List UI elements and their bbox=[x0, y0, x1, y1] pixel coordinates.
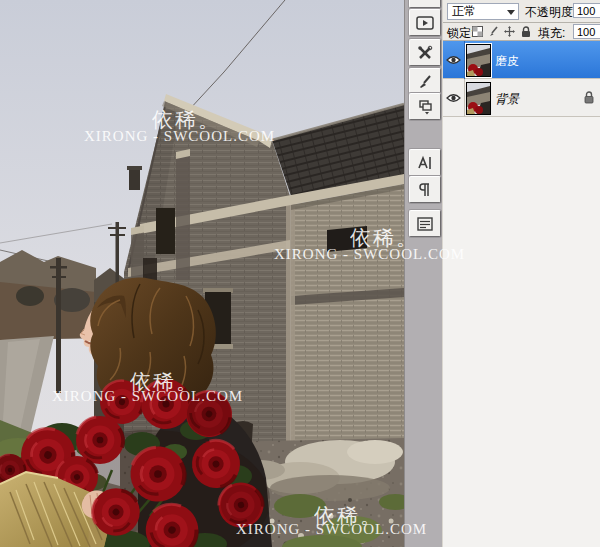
paragraph-panel-button[interactable] bbox=[409, 176, 441, 203]
padlock-icon bbox=[521, 26, 531, 38]
layer-thumbnail[interactable] bbox=[466, 44, 491, 76]
lock-image-button[interactable] bbox=[487, 25, 500, 38]
visibility-toggle[interactable] bbox=[443, 79, 465, 117]
character-panel-button[interactable] bbox=[409, 149, 441, 176]
fill-label: 填充: bbox=[538, 25, 565, 42]
photoshop-workspace: 正常 不透明度: 100 锁定: bbox=[0, 0, 600, 547]
lock-position-button[interactable] bbox=[503, 25, 516, 38]
brush-icon bbox=[417, 74, 433, 90]
checkerboard-icon bbox=[472, 26, 483, 37]
watermark-text: XIRONG - SWCOOL.COM bbox=[52, 388, 243, 405]
watermark-text: XIRONG - SWCOOL.COM bbox=[236, 521, 427, 538]
character-icon bbox=[417, 155, 433, 171]
panel-dock bbox=[404, 0, 442, 547]
layer-comps-icon bbox=[417, 217, 433, 231]
photo-scene bbox=[0, 0, 404, 547]
layer-name: 背景 bbox=[495, 91, 519, 108]
opacity-label: 不透明度: bbox=[525, 4, 576, 21]
lock-all-button[interactable] bbox=[519, 25, 532, 38]
visibility-toggle[interactable] bbox=[443, 41, 465, 79]
blend-mode-row: 正常 不透明度: 100 bbox=[443, 0, 600, 23]
watermark-text: XIRONG - SWCOOL.COM bbox=[84, 128, 275, 145]
layer-thumbnail[interactable] bbox=[466, 82, 491, 114]
brush-lock-icon bbox=[488, 26, 499, 37]
layer-row-background[interactable]: 背景 bbox=[443, 79, 600, 117]
layer-lock-badge bbox=[584, 91, 594, 107]
layers-panel: 正常 不透明度: 100 锁定: bbox=[442, 0, 600, 547]
lock-row: 锁定: bbox=[443, 23, 600, 41]
layer-row-mopi[interactable]: 磨皮 bbox=[443, 41, 600, 79]
tool-presets-panel-button[interactable] bbox=[409, 39, 441, 66]
lock-transparency-button[interactable] bbox=[471, 25, 484, 38]
tool-presets-icon bbox=[417, 45, 433, 61]
clone-stamp-icon bbox=[417, 99, 433, 115]
padlock-icon bbox=[584, 91, 594, 104]
actions-panel-button[interactable] bbox=[409, 9, 441, 36]
layer-name: 磨皮 bbox=[495, 53, 519, 70]
opacity-input[interactable]: 100 bbox=[573, 3, 600, 18]
fill-input[interactable]: 100 bbox=[573, 24, 600, 39]
paragraph-icon bbox=[417, 182, 433, 198]
clone-source-panel-button[interactable] bbox=[409, 93, 441, 120]
play-actions-icon bbox=[416, 16, 434, 30]
move-cross-icon bbox=[504, 26, 515, 37]
watermark-text: XIRONG - SWCOOL.COM bbox=[274, 246, 465, 263]
eye-icon bbox=[446, 55, 461, 65]
photo-canvas[interactable] bbox=[0, 0, 404, 547]
eye-icon bbox=[446, 93, 461, 103]
blend-mode-value: 正常 bbox=[448, 3, 476, 20]
chevron-down-icon bbox=[507, 10, 515, 15]
partial-panel-button[interactable] bbox=[409, 0, 441, 8]
brushes-panel-button[interactable] bbox=[409, 68, 441, 95]
blend-mode-select[interactable]: 正常 bbox=[447, 3, 519, 20]
